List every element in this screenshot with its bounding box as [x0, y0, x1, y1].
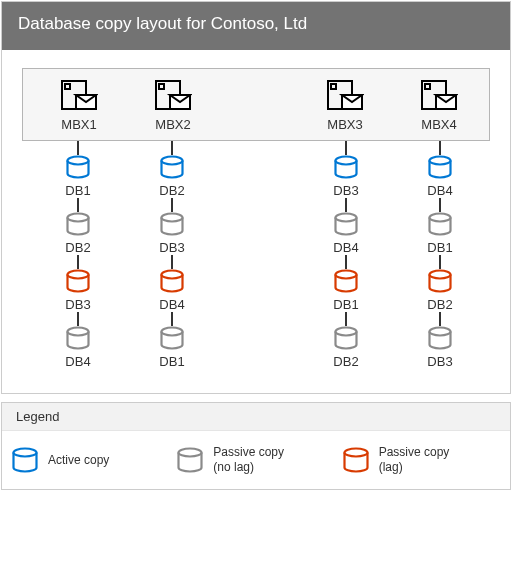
cylinder-icon	[334, 155, 358, 179]
svg-point-15	[67, 328, 88, 336]
svg-point-23	[335, 328, 356, 336]
cylinder-icon	[160, 269, 184, 293]
db-label: DB1	[159, 354, 184, 369]
connector-line	[439, 141, 441, 155]
connector-line	[77, 312, 79, 326]
svg-point-18	[161, 271, 182, 279]
db-copy: DB2	[159, 155, 184, 198]
connector-line	[439, 198, 441, 212]
svg-rect-7	[331, 84, 336, 89]
db-copy: DB3	[159, 212, 184, 255]
connector-line	[345, 198, 347, 212]
cylinder-icon	[334, 269, 358, 293]
svg-point-25	[429, 214, 450, 222]
cylinder-icon	[12, 447, 38, 473]
db-copy: DB3	[427, 326, 452, 369]
db-copy: DB4	[333, 212, 358, 255]
db-column-mbx2: DB2 DB3 DB4 DB1	[136, 141, 208, 369]
db-label: DB3	[65, 297, 90, 312]
cylinder-icon	[160, 326, 184, 350]
server-mbx3: MBX3	[309, 79, 381, 132]
server-label: MBX2	[155, 117, 190, 132]
db-label: DB3	[159, 240, 184, 255]
db-copy: DB3	[65, 269, 90, 312]
diagram-frame: Database copy layout for Contoso, Ltd MB…	[1, 1, 511, 394]
legend-label: Passive copy(lag)	[379, 445, 450, 475]
connector-line	[439, 255, 441, 269]
connector-line	[77, 198, 79, 212]
page-title: Database copy layout for Contoso, Ltd	[18, 14, 307, 33]
connector-line	[171, 198, 173, 212]
cylinder-icon	[334, 212, 358, 236]
server-icon	[154, 79, 192, 113]
db-label: DB1	[65, 183, 90, 198]
cylinder-icon	[334, 326, 358, 350]
db-label: DB1	[333, 297, 358, 312]
legend-item-active: Active copy	[12, 447, 169, 473]
db-label: DB3	[427, 354, 452, 369]
svg-point-19	[161, 328, 182, 336]
cylinder-icon	[160, 155, 184, 179]
db-label: DB2	[159, 183, 184, 198]
svg-point-22	[335, 271, 356, 279]
legend-label: Passive copy(no lag)	[213, 445, 284, 475]
db-label: DB3	[333, 183, 358, 198]
db-label: DB1	[427, 240, 452, 255]
databases-grid: DB1 DB2 DB3 DB4 DB2 DB3 DB4 DB1 DB3 DB4 …	[22, 141, 490, 369]
cylinder-icon	[428, 155, 452, 179]
svg-rect-10	[425, 84, 430, 89]
connector-line	[77, 255, 79, 269]
legend-body: Active copy Passive copy(no lag) Passive…	[2, 431, 510, 489]
legend-panel: Legend Active copy Passive copy(no lag) …	[1, 402, 511, 490]
server-label: MBX1	[61, 117, 96, 132]
cylinder-icon	[428, 326, 452, 350]
svg-point-13	[67, 214, 88, 222]
db-column-mbx1: DB1 DB2 DB3 DB4	[42, 141, 114, 369]
diagram-body: MBX1 MBX2 MBX3 MB	[2, 50, 510, 393]
cylinder-icon	[428, 212, 452, 236]
title-bar: Database copy layout for Contoso, Ltd	[2, 2, 510, 50]
db-copy: DB4	[65, 326, 90, 369]
db-copy: DB3	[333, 155, 358, 198]
db-label: DB2	[333, 354, 358, 369]
server-mbx4: MBX4	[403, 79, 475, 132]
legend-heading: Legend	[2, 403, 510, 431]
db-label: DB4	[65, 354, 90, 369]
db-label: DB2	[427, 297, 452, 312]
svg-point-17	[161, 214, 182, 222]
svg-point-20	[335, 157, 356, 165]
cylinder-icon	[177, 447, 203, 473]
db-label: DB4	[333, 240, 358, 255]
db-copy: DB1	[333, 269, 358, 312]
svg-point-27	[429, 328, 450, 336]
db-copy: DB2	[333, 326, 358, 369]
server-mbx2: MBX2	[137, 79, 209, 132]
connector-line	[77, 141, 79, 155]
db-copy: DB4	[427, 155, 452, 198]
svg-rect-1	[65, 84, 70, 89]
db-copy: DB4	[159, 269, 184, 312]
cylinder-icon	[343, 447, 369, 473]
cylinder-icon	[160, 212, 184, 236]
db-label: DB4	[427, 183, 452, 198]
svg-point-28	[14, 449, 37, 457]
server-label: MBX3	[327, 117, 362, 132]
server-label: MBX4	[421, 117, 456, 132]
svg-point-14	[67, 271, 88, 279]
svg-point-26	[429, 271, 450, 279]
cylinder-icon	[66, 212, 90, 236]
svg-rect-4	[159, 84, 164, 89]
svg-point-12	[67, 157, 88, 165]
servers-row: MBX1 MBX2 MBX3 MB	[22, 68, 490, 141]
svg-point-30	[344, 449, 367, 457]
legend-item-passive-lag: Passive copy(lag)	[343, 445, 500, 475]
connector-line	[345, 312, 347, 326]
connector-line	[439, 312, 441, 326]
db-copy: DB2	[65, 212, 90, 255]
cylinder-icon	[428, 269, 452, 293]
server-icon	[60, 79, 98, 113]
db-label: DB2	[65, 240, 90, 255]
legend-label: Active copy	[48, 453, 109, 468]
server-mbx1: MBX1	[43, 79, 115, 132]
db-copy: DB2	[427, 269, 452, 312]
